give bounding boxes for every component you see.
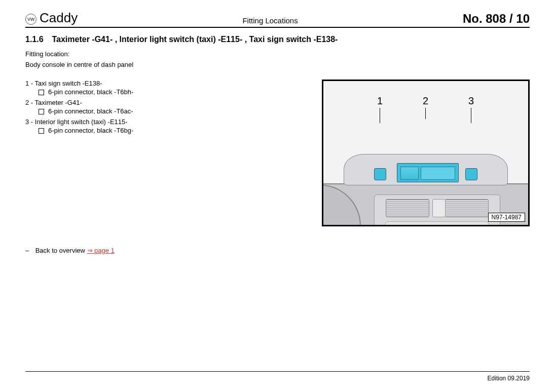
subitem-text: 6-pin connector, black -T6bh- <box>48 88 133 96</box>
page-number: No. 808 / 10 <box>463 12 530 26</box>
bullet-icon <box>39 109 44 114</box>
item-number: 3 <box>25 118 29 126</box>
item-number: 2 <box>25 99 29 106</box>
fitting-location-label: Fitting location: <box>25 50 530 58</box>
list-item: 3 - Interior light switch (taxi) -E115- <box>25 118 278 126</box>
list-subitem: 6-pin connector, black -T6bg- <box>39 127 278 134</box>
fitting-location-desc: Body console in centre of dash panel <box>25 61 530 68</box>
bullet-icon <box>39 128 44 134</box>
list-subitem: 6-pin connector, black -T6ac- <box>39 107 278 115</box>
back-link-row: – Back to overview ⇒ page 1 <box>25 247 530 254</box>
callout-number: 1 <box>377 95 383 106</box>
dashboard-illustration <box>323 134 528 225</box>
section-number: 1.1.6 <box>25 35 50 44</box>
item-number: 1 <box>25 80 29 87</box>
page-header: VW Caddy Fitting Locations No. 808 / 10 <box>25 10 530 28</box>
item-text: Taxi sign switch -E138- <box>35 80 102 87</box>
back-to-overview-link[interactable]: ⇒ page 1 <box>87 247 115 254</box>
callout-3: 3 <box>468 95 474 123</box>
subitem-text: 6-pin connector, black -T6bg- <box>48 127 133 134</box>
component-list: 1 - Taxi sign switch -E138- 6-pin connec… <box>25 80 278 226</box>
figure-id: N97-14987 <box>488 213 525 222</box>
component-2 <box>397 163 459 182</box>
doc-title: Fitting Locations <box>78 16 463 26</box>
list-item: 2 - Taximeter -G41- <box>25 99 278 106</box>
list-item: 1 - Taxi sign switch -E138- <box>25 80 278 87</box>
footer-divider <box>25 371 530 372</box>
item-text: Taximeter -G41- <box>35 99 82 106</box>
diagram-figure: 1 2 3 <box>322 80 530 226</box>
callout-2: 2 <box>423 95 428 119</box>
section-heading: 1.1.6 Taximeter -G41- , Interior light s… <box>25 35 530 44</box>
model-name: Caddy <box>40 10 78 26</box>
vw-logo-icon: VW <box>25 14 36 25</box>
back-link-prefix: Back to overview <box>35 247 87 254</box>
component-3 <box>465 168 477 180</box>
subitem-text: 6-pin connector, black -T6ac- <box>48 107 133 115</box>
callout-1: 1 <box>377 95 383 123</box>
list-subitem: 6-pin connector, black -T6bh- <box>39 88 278 96</box>
edition-text: Edition 09.2019 <box>488 375 530 382</box>
item-text: Interior light switch (taxi) -E115- <box>35 118 128 126</box>
callout-number: 3 <box>468 95 474 106</box>
callout-number: 2 <box>423 95 428 106</box>
component-1 <box>374 168 386 180</box>
bullet-icon <box>39 90 44 95</box>
section-title-text: Taximeter -G41- , Interior light switch … <box>52 35 338 44</box>
